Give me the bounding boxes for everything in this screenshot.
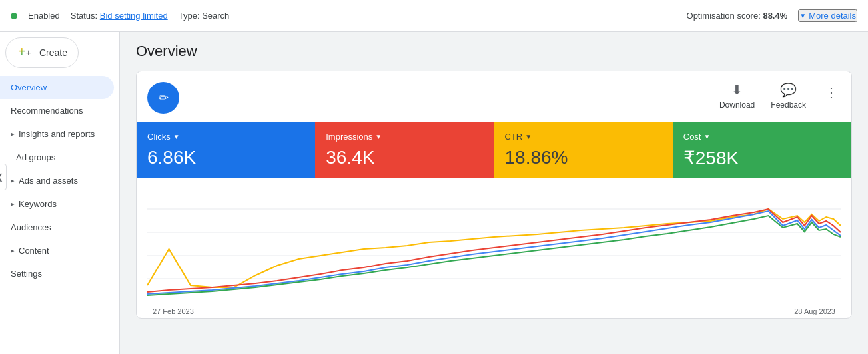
metric-cost[interactable]: Cost ▼ ₹258K <box>673 122 851 178</box>
more-details-button[interactable]: ▼ More details <box>798 9 857 22</box>
sidebar-item-overview[interactable]: Overview <box>0 76 114 99</box>
chart-date-range: 27 Feb 2023 28 Aug 2023 <box>147 307 841 315</box>
edit-fab-button[interactable]: ✏ <box>147 82 179 114</box>
overview-card: ✏ ⬇ Download 💬 Feedback ⋮ <box>136 71 852 319</box>
impressions-label: Impressions ▼ <box>326 132 483 142</box>
download-label: Download <box>719 100 755 110</box>
opt-score: Optimisation score: 88.4% <box>687 11 788 21</box>
type-value: Search <box>202 11 229 21</box>
feedback-icon: 💬 <box>780 82 797 98</box>
chevron-down-icon: ▼ <box>799 12 806 19</box>
sidebar-item-insights[interactable]: Insights and reports <box>0 122 114 146</box>
clicks-value: 6.86K <box>147 147 304 168</box>
edit-icon: ✏ <box>159 90 169 105</box>
enabled-dot <box>11 13 17 19</box>
sidebar-item-ads-assets[interactable]: Ads and assets <box>0 169 114 192</box>
feedback-label: Feedback <box>771 100 806 110</box>
sidebar-item-settings[interactable]: Settings <box>0 262 114 285</box>
card-actions: ⬇ Download 💬 Feedback <box>719 82 806 110</box>
metric-impressions[interactable]: Impressions ▼ 36.4K <box>315 122 494 178</box>
ctr-value: 18.86% <box>505 147 662 168</box>
clicks-dropdown-icon: ▼ <box>173 133 180 140</box>
chart-date-end: 28 Aug 2023 <box>794 307 835 315</box>
metric-clicks[interactable]: Clicks ▼ 6.86K <box>137 122 315 178</box>
top-bar: Enabled Status: Bid setting limited Type… <box>0 0 868 32</box>
impressions-dropdown-icon: ▼ <box>375 133 382 140</box>
sidebar-item-ad-groups[interactable]: Ad groups <box>0 146 114 169</box>
metrics-row: Clicks ▼ 6.86K Impressions ▼ 36.4K CTR ▼ <box>137 122 851 178</box>
more-options-button[interactable]: ⋮ <box>822 82 841 103</box>
cost-value: ₹258K <box>683 147 841 169</box>
cost-label: Cost ▼ <box>683 132 841 142</box>
line-chart <box>147 189 841 302</box>
sidebar: + Create Overview Recommendations Insigh… <box>0 32 120 354</box>
cost-dropdown-icon: ▼ <box>703 133 710 140</box>
main-content: Overview ✏ ⬇ Download 💬 Feedback <box>120 32 868 354</box>
download-button[interactable]: ⬇ Download <box>719 82 755 110</box>
type-label: Type: Search <box>179 11 230 21</box>
card-header: ✏ ⬇ Download 💬 Feedback ⋮ <box>137 71 851 122</box>
create-button[interactable]: + Create <box>5 37 79 68</box>
sidebar-item-audiences[interactable]: Audiences <box>0 216 114 239</box>
sidebar-collapse-button[interactable]: ❮ <box>0 164 7 190</box>
sidebar-item-recommendations[interactable]: Recommendations <box>0 99 114 122</box>
create-label: Create <box>39 47 67 58</box>
status-link[interactable]: Bid setting limited <box>100 11 168 21</box>
create-plus-icon: + <box>17 45 33 61</box>
metric-ctr[interactable]: CTR ▼ 18.86% <box>494 122 673 178</box>
main-layout: + Create Overview Recommendations Insigh… <box>0 32 868 354</box>
page-title: Overview <box>136 43 852 60</box>
ctr-dropdown-icon: ▼ <box>525 133 532 140</box>
clicks-label: Clicks ▼ <box>147 132 304 142</box>
feedback-button[interactable]: 💬 Feedback <box>771 82 806 110</box>
ctr-label: CTR ▼ <box>505 132 662 142</box>
sidebar-item-keywords[interactable]: Keywords <box>0 192 114 216</box>
enabled-label: Enabled <box>28 11 60 21</box>
impressions-value: 36.4K <box>326 147 483 168</box>
chart-date-start: 27 Feb 2023 <box>153 307 194 315</box>
status-label: Status: Bid setting limited <box>71 11 168 21</box>
chart-area: 27 Feb 2023 28 Aug 2023 <box>137 178 851 318</box>
download-icon: ⬇ <box>731 82 743 98</box>
opt-score-value: 88.4% <box>763 11 787 21</box>
sidebar-item-content[interactable]: Content <box>0 239 114 262</box>
